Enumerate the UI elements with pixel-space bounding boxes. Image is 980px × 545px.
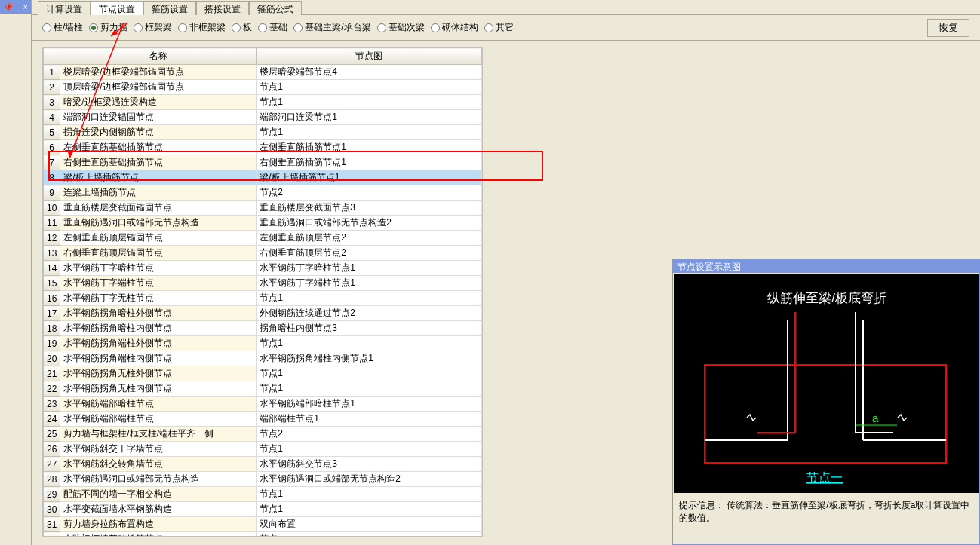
cell-name[interactable]: 水平钢筋丁字暗柱节点 xyxy=(60,261,257,276)
table-row[interactable]: 15水平钢筋丁字端柱节点水平钢筋丁字端柱节点1 xyxy=(44,276,482,291)
cell-name[interactable]: 端部洞口连梁锚固节点 xyxy=(60,110,257,125)
cell-name[interactable]: 右侧垂直筋基础插筋节点 xyxy=(60,155,257,170)
table-row[interactable]: 9连梁上墙插筋节点节点2 xyxy=(44,185,482,201)
cell-node[interactable]: 垂直筋楼层变截面节点3 xyxy=(257,201,482,216)
col-header-1[interactable]: 名称 xyxy=(60,48,257,65)
cell-name[interactable]: 垂直钢筋遇洞口或端部无节点构造 xyxy=(60,216,257,231)
table-row[interactable]: 18水平钢筋拐角暗柱内侧节点拐角暗柱内侧节点3 xyxy=(44,321,482,336)
cell-name[interactable]: 剪力墙与框架柱/框支柱/端柱平齐一侧 xyxy=(60,427,257,442)
cell-node[interactable]: 外侧钢筋连续通过节点2 xyxy=(257,306,482,321)
cell-name[interactable]: 水平钢筋斜交丁字墙节点 xyxy=(60,442,257,457)
cell-name[interactable]: 水平钢筋拐角端柱内侧节点 xyxy=(60,351,257,366)
radio-3[interactable]: 非框架梁 xyxy=(178,21,226,34)
radio-1[interactable]: 剪力墙 xyxy=(89,21,127,34)
table-row[interactable]: 1楼层暗梁/边框梁端部锚固节点楼层暗梁端部节点4 xyxy=(44,65,482,80)
cell-name[interactable]: 人防门框墙基础插筋节点 xyxy=(60,532,257,537)
cell-name[interactable]: 垂直筋楼层变截面锚固节点 xyxy=(60,201,257,216)
table-row[interactable]: 25剪力墙与框架柱/框支柱/端柱平齐一侧节点2 xyxy=(44,427,482,442)
cell-name[interactable]: 水平钢筋斜交转角墙节点 xyxy=(60,457,257,472)
cell-name[interactable]: 水平钢筋拐角无柱外侧节点 xyxy=(60,366,257,381)
table-row[interactable]: 21水平钢筋拐角无柱外侧节点节点1 xyxy=(44,366,482,381)
cell-node[interactable]: 垂直筋遇洞口或端部无节点构造2 xyxy=(257,216,482,231)
cell-node[interactable]: 水平钢筋遇洞口或端部无节点构造2 xyxy=(257,472,482,487)
cell-node[interactable]: 节点2 xyxy=(257,427,482,442)
cell-node[interactable]: 双向布置 xyxy=(257,517,482,532)
table-row[interactable]: 28水平钢筋遇洞口或端部无节点构造水平钢筋遇洞口或端部无节点构造2 xyxy=(44,472,482,487)
table-row[interactable]: 24水平钢筋端部端柱节点端部端柱节点1 xyxy=(44,412,482,427)
table-row[interactable]: 16水平钢筋丁字无柱节点节点1 xyxy=(44,291,482,306)
cell-node[interactable]: 左侧垂直筋插筋节点1 xyxy=(257,140,482,155)
table-row[interactable]: 20水平钢筋拐角端柱内侧节点水平钢筋拐角端柱内侧节点1 xyxy=(44,351,482,366)
cell-name[interactable]: 左侧垂直筋顶层锚固节点 xyxy=(60,231,257,246)
cell-node[interactable]: 楼层暗梁端部节点4 xyxy=(257,65,482,80)
table-row[interactable]: 13右侧垂直筋顶层锚固节点右侧垂直筋顶层节点2 xyxy=(44,246,482,261)
cell-node[interactable]: 节点2 xyxy=(257,185,482,201)
table-row[interactable]: 11垂直钢筋遇洞口或端部无节点构造垂直筋遇洞口或端部无节点构造2 xyxy=(44,216,482,231)
cell-name[interactable]: 楼层暗梁/边框梁端部锚固节点 xyxy=(60,65,257,80)
tab-0[interactable]: 计算设置 xyxy=(38,1,91,15)
radio-8[interactable]: 砌体结构 xyxy=(431,21,478,34)
cell-node[interactable]: 右侧垂直筋插筋节点1 xyxy=(257,155,482,170)
table-row[interactable]: 5拐角连梁内侧钢筋节点节点1 xyxy=(44,125,482,140)
cell-node[interactable]: 水平钢筋丁字暗柱节点1 xyxy=(257,261,482,276)
cell-name[interactable]: 连梁上墙插筋节点 xyxy=(60,185,257,201)
cell-name[interactable]: 水平钢筋遇洞口或端部无节点构造 xyxy=(60,472,257,487)
radio-4[interactable]: 板 xyxy=(232,21,252,34)
table-row[interactable]: 2顶层暗梁/边框梁端部锚固节点节点1 xyxy=(44,80,482,95)
cell-node[interactable]: 水平钢筋端部暗柱节点1 xyxy=(257,397,482,412)
cell-node[interactable]: 节点1 xyxy=(257,442,482,457)
cell-node[interactable]: 左侧垂直筋顶层节点2 xyxy=(257,231,482,246)
restore-button[interactable]: 恢复 xyxy=(927,19,969,37)
cell-name[interactable]: 水平钢筋拐角无柱内侧节点 xyxy=(60,381,257,397)
tab-2[interactable]: 箍筋设置 xyxy=(143,1,196,15)
cell-node[interactable]: 节点1 xyxy=(257,125,482,140)
cell-name[interactable]: 左侧垂直筋基础插筋节点 xyxy=(60,140,257,155)
cell-node[interactable]: 节点1 xyxy=(257,502,482,517)
cell-node[interactable]: 节点1 xyxy=(257,381,482,397)
cell-node[interactable]: 节点1 xyxy=(257,95,482,110)
cell-node[interactable]: 右侧垂直筋顶层节点2 xyxy=(257,246,482,261)
cell-name[interactable]: 暗梁/边框梁遇连梁构造 xyxy=(60,95,257,110)
table-row[interactable]: 14水平钢筋丁字暗柱节点水平钢筋丁字暗柱节点1 xyxy=(44,261,482,276)
cell-node[interactable]: 水平钢筋斜交节点3 xyxy=(257,457,482,472)
cell-name[interactable]: 水平钢筋端部暗柱节点 xyxy=(60,397,257,412)
table-row[interactable]: 12左侧垂直筋顶层锚固节点左侧垂直筋顶层节点2 xyxy=(44,231,482,246)
cell-node[interactable]: 端部端柱节点1 xyxy=(257,412,482,427)
tab-1[interactable]: 节点设置 xyxy=(91,1,143,15)
radio-2[interactable]: 框架梁 xyxy=(134,21,172,34)
radio-9[interactable]: 其它 xyxy=(484,21,514,34)
cell-node[interactable]: 节点1 xyxy=(257,336,482,351)
table-row[interactable]: 10垂直筋楼层变截面锚固节点垂直筋楼层变截面节点3 xyxy=(44,201,482,216)
table-row[interactable]: 8梁/板上墙插筋节点梁/板上墙插筋节点1 xyxy=(44,170,482,185)
cell-node[interactable]: 节点1 xyxy=(257,291,482,306)
cell-name[interactable]: 水平钢筋丁字无柱节点 xyxy=(60,291,257,306)
col-header-2[interactable]: 节点图 xyxy=(257,48,482,65)
tab-4[interactable]: 箍筋公式 xyxy=(249,1,302,15)
cell-node[interactable]: 节点1 xyxy=(257,366,482,381)
cell-node[interactable]: 节点1 xyxy=(257,487,482,502)
table-row[interactable]: 17水平钢筋拐角暗柱外侧节点外侧钢筋连续通过节点2 xyxy=(44,306,482,321)
cell-name[interactable]: 梁/板上墙插筋节点 xyxy=(60,170,257,185)
table-row[interactable]: 6左侧垂直筋基础插筋节点左侧垂直筋插筋节点1 xyxy=(44,140,482,155)
table-row[interactable]: 26水平钢筋斜交丁字墙节点节点1 xyxy=(44,442,482,457)
cell-name[interactable]: 右侧垂直筋顶层锚固节点 xyxy=(60,246,257,261)
close-icon[interactable]: × xyxy=(23,2,28,11)
cell-name[interactable]: 水平钢筋拐角端柱外侧节点 xyxy=(60,336,257,351)
radio-7[interactable]: 基础次梁 xyxy=(377,21,425,34)
table-row[interactable]: 7右侧垂直筋基础插筋节点右侧垂直筋插筋节点1 xyxy=(44,155,482,170)
cell-name[interactable]: 水平钢筋端部端柱节点 xyxy=(60,412,257,427)
table-row[interactable]: 22水平钢筋拐角无柱内侧节点节点1 xyxy=(44,381,482,397)
cell-node[interactable]: 水平钢筋拐角端柱内侧节点1 xyxy=(257,351,482,366)
cell-node[interactable]: 节点1 xyxy=(257,80,482,95)
col-header-0[interactable] xyxy=(44,48,60,65)
table-row[interactable]: 29配筋不同的墙一字相交构造节点1 xyxy=(44,487,482,502)
cell-name[interactable]: 水平变截面墙水平钢筋构造 xyxy=(60,502,257,517)
cell-name[interactable]: 水平钢筋丁字端柱节点 xyxy=(60,276,257,291)
cell-name[interactable]: 配筋不同的墙一字相交构造 xyxy=(60,487,257,502)
cell-name[interactable]: 水平钢筋拐角暗柱外侧节点 xyxy=(60,306,257,321)
table-row[interactable]: 30水平变截面墙水平钢筋构造节点1 xyxy=(44,502,482,517)
table-row[interactable]: 23水平钢筋端部暗柱节点水平钢筋端部暗柱节点1 xyxy=(44,397,482,412)
tab-3[interactable]: 搭接设置 xyxy=(196,1,249,15)
cell-name[interactable]: 顶层暗梁/边框梁端部锚固节点 xyxy=(60,80,257,95)
radio-0[interactable]: 柱/墙柱 xyxy=(42,21,83,34)
